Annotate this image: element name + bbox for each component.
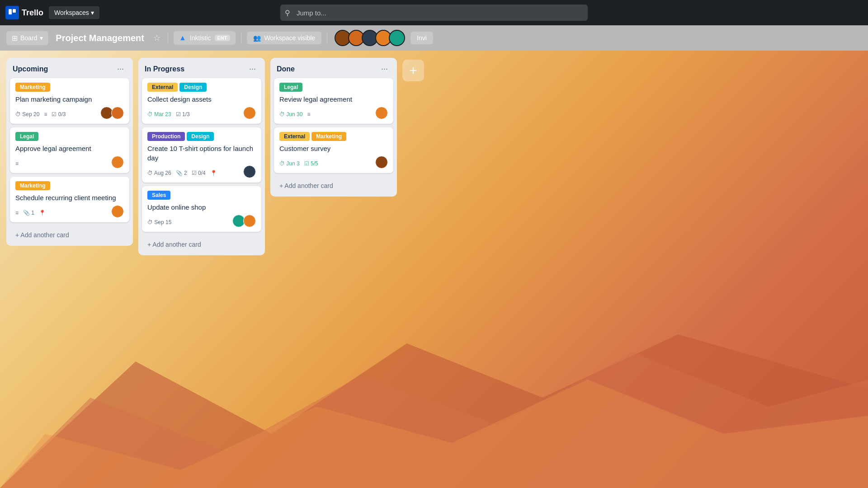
card-avatars — [111, 205, 124, 218]
meta-date: ⏱ Sep 15 — [147, 219, 171, 225]
cards-list-inprogress: External Design Collect design assets ⏱ … — [138, 78, 265, 235]
column-header-upcoming: Upcoming ··· — [6, 58, 133, 78]
card-footer: ⏱ Aug 26 📎 2 ☑ 0/4 📍 — [147, 165, 256, 178]
card-approve-legal[interactable]: Legal Approve legal agreement ≡ — [10, 127, 129, 173]
card-meta: ≡ 📎 1 📍 — [15, 210, 46, 216]
trello-wordmark: Trello — [22, 8, 43, 18]
label-external: External — [279, 132, 310, 141]
column-menu-button-upcoming[interactable]: ··· — [114, 63, 127, 75]
invite-button[interactable]: Invi — [410, 32, 433, 44]
card-update-shop[interactable]: Sales Update online shop ⏱ Sep 15 — [142, 186, 261, 232]
card-footer: ⏱ Jun 30 ≡ — [279, 107, 388, 119]
column-menu-button-done[interactable]: ··· — [378, 63, 391, 75]
card-avatars — [375, 107, 388, 119]
meta-date: ⏱ Aug 26 — [147, 170, 171, 176]
workspaces-label: Workspaces — [54, 9, 89, 16]
card-avatars — [243, 107, 256, 119]
card-footer: ⏱ Sep 20 ≡ ☑ 0/3 — [15, 107, 124, 119]
card-meta: ⏱ Jun 30 ≡ — [279, 111, 310, 117]
card-avatars — [243, 165, 256, 178]
label-external: External — [147, 83, 178, 92]
card-footer: ⏱ Mar 23 ☑ 1/3 — [147, 107, 256, 119]
card-avatars — [100, 107, 124, 119]
card-plan-marketing[interactable]: Marketing Plan marketing campaign ⏱ Sep … — [10, 78, 129, 124]
label-marketing: Marketing — [311, 132, 346, 141]
add-card-button-done[interactable]: + Add another card — [274, 178, 393, 193]
workspaces-button[interactable]: Workspaces ▾ — [49, 6, 99, 19]
card-tshirt-options[interactable]: Production Design Create 10 T-shirt opti… — [142, 127, 261, 183]
column-done: Done ··· Legal Review legal agreement ⏱ … — [270, 58, 397, 197]
meta-date: ⏱ Sep 20 — [15, 111, 39, 117]
meta-attach: 📎 1 — [23, 210, 34, 216]
add-card-button-upcoming[interactable]: + Add another card — [10, 228, 129, 242]
card-labels: Production Design — [147, 132, 256, 141]
card-title: Create 10 T-shirt options for launch day — [147, 144, 256, 163]
workspace-name: Inktistic — [190, 34, 211, 42]
card-avatar — [243, 165, 256, 178]
meta-date: ⏱ Jun 3 — [279, 160, 300, 167]
search-input[interactable] — [280, 5, 588, 21]
meta-checklist: ☑ 5/5 — [304, 160, 318, 167]
board-view-button[interactable]: ⊞ Board ▾ — [6, 31, 48, 45]
card-avatars — [232, 215, 256, 227]
label-design: Design — [187, 132, 214, 141]
chevron-down-icon: ▾ — [40, 34, 43, 42]
meta-loc: 📍 — [210, 170, 217, 176]
board-title: Project Management — [52, 33, 148, 43]
card-meta: ⏱ Aug 26 📎 2 ☑ 0/4 📍 — [147, 170, 217, 176]
card-labels: External Design — [147, 83, 256, 92]
card-collect-assets[interactable]: External Design Collect design assets ⏱ … — [142, 78, 261, 124]
divider — [168, 33, 168, 43]
label-marketing: Marketing — [15, 83, 50, 92]
card-avatar — [375, 107, 388, 119]
workspace-chip[interactable]: ▲ Inktistic ENT — [174, 31, 236, 45]
card-footer: ⏱ Sep 15 — [147, 215, 256, 227]
card-avatars — [375, 156, 388, 169]
column-inprogress: In Progress ··· External Design Collect … — [138, 58, 265, 255]
workspace-visible-button[interactable]: 👥 Workspace visible — [247, 32, 322, 44]
star-button[interactable]: ☆ — [151, 31, 162, 45]
member-avatars — [335, 30, 405, 46]
board-area: Upcoming ··· Marketing Plan marketing ca… — [0, 51, 868, 488]
label-legal: Legal — [279, 83, 302, 92]
card-avatar — [111, 156, 124, 169]
card-title: Plan marketing campaign — [15, 94, 124, 104]
meta-attach: 📎 2 — [176, 170, 187, 176]
meta-desc: ≡ — [15, 210, 19, 216]
trello-logo-icon — [5, 6, 19, 19]
people-icon: 👥 — [253, 34, 261, 42]
card-avatars — [111, 156, 124, 169]
column-title-inprogress: In Progress — [145, 65, 184, 73]
card-labels: Legal — [279, 83, 388, 92]
card-labels: External Marketing — [279, 132, 388, 141]
meta-date: ⏱ Mar 23 — [147, 111, 171, 117]
column-menu-button-inprogress[interactable]: ··· — [246, 63, 259, 75]
card-meta: ⏱ Sep 20 ≡ ☑ 0/3 — [15, 111, 66, 117]
meta-desc: ≡ — [15, 160, 19, 167]
card-customer-survey[interactable]: External Marketing Customer survey ⏱ Jun… — [274, 127, 393, 173]
add-column-button[interactable]: + — [402, 60, 424, 81]
top-navigation: Trello Workspaces ▾ ⚲ — [0, 0, 868, 25]
card-review-legal[interactable]: Legal Review legal agreement ⏱ Jun 30 ≡ — [274, 78, 393, 124]
card-labels: Marketing — [15, 181, 124, 190]
meta-loc: 📍 — [39, 210, 46, 216]
cards-list-done: Legal Review legal agreement ⏱ Jun 30 ≡ — [270, 78, 397, 177]
avatar-5[interactable] — [389, 30, 405, 46]
card-footer: ≡ — [15, 156, 124, 169]
card-avatar — [111, 107, 124, 119]
meta-desc: ≡ — [44, 111, 47, 117]
card-labels: Legal — [15, 132, 124, 141]
atlas-icon: ▲ — [179, 34, 186, 42]
card-avatar — [375, 156, 388, 169]
card-schedule-meeting[interactable]: Marketing Schedule recurring client meet… — [10, 177, 129, 222]
meta-checklist: ☑ 1/3 — [176, 111, 190, 117]
workspace-visible-label: Workspace visible — [264, 34, 316, 42]
ent-badge: ENT — [215, 35, 230, 41]
svg-rect-1 — [13, 9, 16, 13]
trello-logo[interactable]: Trello — [5, 6, 43, 19]
card-title: Customer survey — [279, 144, 388, 153]
column-upcoming: Upcoming ··· Marketing Plan marketing ca… — [6, 58, 133, 246]
card-avatar — [243, 107, 256, 119]
add-card-button-inprogress[interactable]: + Add another card — [142, 237, 261, 252]
column-title-done: Done — [277, 65, 295, 73]
